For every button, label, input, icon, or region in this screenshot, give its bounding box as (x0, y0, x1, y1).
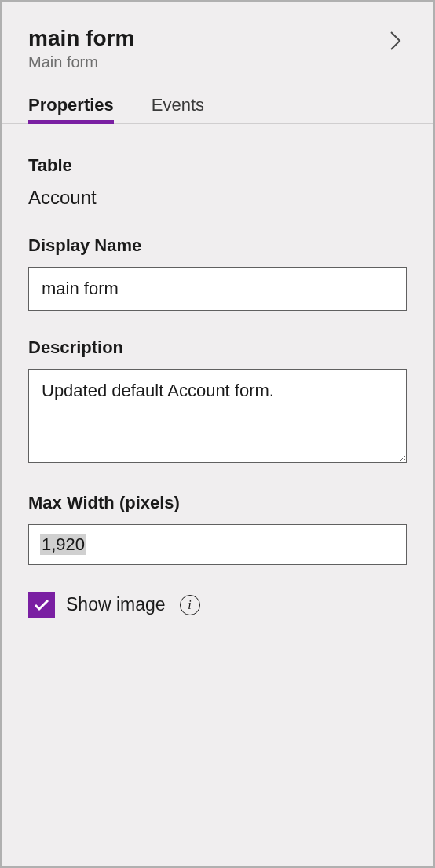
display-name-input[interactable] (28, 267, 407, 311)
properties-panel: main form Main form Properties Events Ta… (2, 2, 433, 642)
max-width-value: 1,920 (40, 534, 86, 555)
show-image-label: Show image (66, 594, 166, 615)
max-width-input[interactable]: 1,920 (28, 524, 407, 565)
panel-title: main form (28, 25, 134, 52)
table-field-group: Table Account (28, 155, 407, 209)
description-label: Description (28, 337, 407, 358)
description-field-group: Description (28, 337, 407, 466)
chevron-right-icon[interactable] (385, 30, 407, 52)
table-label: Table (28, 155, 407, 176)
info-icon[interactable] (180, 595, 200, 615)
max-width-field-group: Max Width (pixels) 1,920 (28, 493, 407, 565)
show-image-checkbox[interactable] (28, 592, 55, 618)
tab-events[interactable]: Events (152, 95, 204, 123)
display-name-field-group: Display Name (28, 235, 407, 311)
tab-bar: Properties Events (2, 95, 433, 124)
panel-header: main form Main form (28, 25, 407, 71)
properties-content: Table Account Display Name Description M… (28, 124, 407, 618)
display-name-label: Display Name (28, 235, 407, 256)
title-block: main form Main form (28, 25, 134, 71)
tab-properties[interactable]: Properties (28, 95, 114, 123)
description-input[interactable] (28, 369, 407, 463)
checkmark-icon (34, 599, 49, 611)
panel-subtitle: Main form (28, 53, 134, 71)
show-image-field-group: Show image (28, 592, 407, 618)
max-width-label: Max Width (pixels) (28, 493, 407, 513)
table-value: Account (28, 187, 407, 209)
